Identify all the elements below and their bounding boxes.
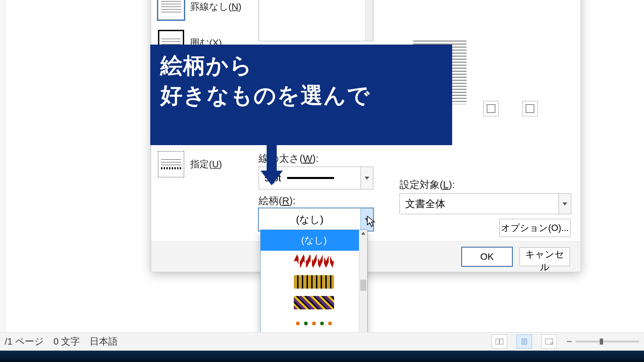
scroll-thumb[interactable]	[360, 280, 366, 291]
art-option-2[interactable]	[261, 272, 367, 292]
status-language[interactable]: 日本語	[90, 335, 118, 348]
art-option-none[interactable]: (なし)	[261, 230, 367, 251]
caption-line-2: 好きなものを選んで	[160, 80, 442, 110]
apply-to-dropdown-button[interactable]	[558, 194, 571, 214]
pattern-swatch-icon	[294, 296, 334, 309]
pattern-swatch-icon	[294, 317, 334, 330]
svg-point-7	[551, 342, 553, 344]
art-dropdown-scrollbar[interactable]	[359, 230, 367, 341]
line-width-dropdown-button[interactable]	[361, 167, 373, 189]
tutorial-caption: 絵柄から 好きなものを選んで	[150, 45, 452, 145]
art-value: (なし)	[259, 213, 361, 227]
line-width-preview	[287, 177, 334, 179]
scroll-up-icon[interactable]	[361, 232, 365, 235]
svg-rect-0	[496, 339, 499, 344]
book-icon	[495, 339, 503, 345]
chevron-down-icon	[365, 218, 369, 221]
line-style-scrollbar[interactable]	[365, 0, 373, 41]
apply-to-label: 設定対象(L):	[399, 178, 455, 192]
art-option-3[interactable]	[261, 292, 367, 313]
caption-line-1: 絵柄から	[160, 51, 442, 80]
preview-button-left[interactable]	[483, 101, 499, 116]
view-read-mode[interactable]	[492, 335, 507, 349]
page-icon	[520, 339, 528, 345]
apply-to-combo[interactable]: 文書全体	[399, 193, 571, 214]
art-dropdown-list[interactable]: (なし)	[260, 230, 368, 341]
chevron-down-icon	[562, 202, 567, 205]
pattern-swatch-icon	[294, 275, 334, 289]
zoom-track[interactable]	[576, 341, 639, 343]
pattern-swatch-icon	[294, 254, 334, 268]
art-option-1[interactable]	[261, 251, 367, 272]
preview-button-right[interactable]	[522, 101, 538, 116]
view-print-layout[interactable]	[517, 335, 532, 349]
preset-none[interactable]: 罫線なし(N)	[158, 0, 241, 20]
status-word-count[interactable]: 0 文字	[53, 335, 80, 348]
zoom-out-icon[interactable]: −	[566, 336, 572, 347]
left-window-edge	[0, 0, 5, 362]
svg-rect-6	[545, 339, 553, 344]
preset-custom-thumb	[158, 151, 184, 177]
apply-to-value: 文書全体	[400, 197, 558, 211]
status-page[interactable]: /1 ページ	[5, 335, 44, 348]
options-button[interactable]: オプション(O)...	[499, 219, 571, 237]
ok-button[interactable]: OK	[462, 247, 512, 266]
video-player-bar	[0, 351, 644, 362]
web-icon	[545, 339, 553, 345]
zoom-knob[interactable]	[600, 339, 603, 345]
status-bar: /1 ページ 0 文字 日本語 −	[0, 332, 644, 351]
line-style-list[interactable]	[259, 0, 373, 41]
caption-arrow-icon	[263, 142, 281, 185]
square-icon	[487, 104, 495, 113]
preset-custom-label: 指定(U)	[190, 158, 222, 171]
art-dropdown-button[interactable]	[361, 208, 373, 231]
art-option-4[interactable]	[261, 313, 367, 334]
art-combo[interactable]: (なし)	[259, 208, 373, 231]
preset-none-thumb	[158, 0, 184, 20]
svg-rect-1	[500, 339, 503, 344]
zoom-slider[interactable]: −	[566, 336, 639, 347]
preset-none-label: 罫線なし(N)	[190, 0, 241, 13]
art-label: 絵柄(R):	[259, 194, 296, 208]
preset-custom[interactable]: 指定(U)	[158, 151, 222, 177]
square-icon	[526, 104, 534, 113]
view-web-layout[interactable]	[541, 335, 557, 349]
cancel-button[interactable]: キャンセル	[520, 247, 570, 266]
chevron-down-icon	[365, 177, 369, 180]
